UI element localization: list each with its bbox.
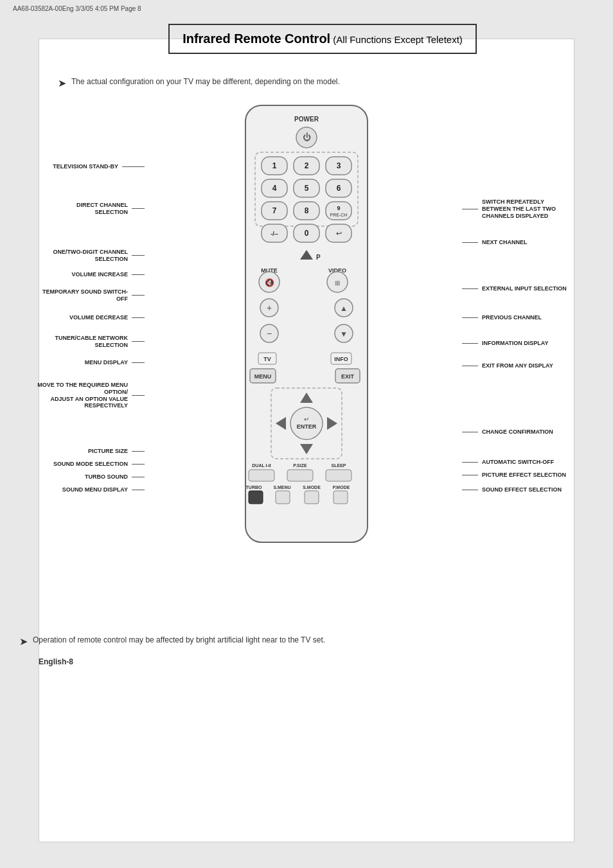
line-switch-rep: [462, 209, 478, 209]
svg-text:6: 6: [337, 184, 341, 193]
title-normal: (All Functions Except Teletext): [330, 34, 463, 45]
svg-text:2: 2: [305, 161, 309, 170]
label-turbo-sound-text: TURBO SOUND: [85, 474, 128, 481]
label-picture-size: PICTURE SIZE: [19, 448, 145, 455]
line-direct-ch: [132, 208, 145, 209]
label-ext-input: EXTERNAL INPUT SELECTION: [462, 285, 594, 292]
line-prev-ch: [462, 317, 478, 318]
svg-text:4: 4: [272, 184, 277, 193]
svg-rect-65: [249, 470, 274, 481]
label-one-two-digit: ONE/TWO-DIGIT CHANNELSELECTION: [19, 249, 145, 263]
svg-text:TURBO: TURBO: [246, 485, 262, 490]
svg-text:▲: ▲: [340, 304, 348, 313]
label-picture-size-text: PICTURE SIZE: [88, 448, 128, 455]
label-info-display: INFORMATION DISPLAY: [462, 340, 594, 347]
arrow-icon-2: ➤: [19, 635, 28, 648]
page-footer: English-8: [19, 657, 594, 666]
svg-text:INFO: INFO: [334, 356, 348, 362]
line-vol-down: [132, 317, 145, 318]
svg-text:TV: TV: [263, 356, 271, 362]
line-info-display: [462, 343, 478, 344]
label-menu: MENU DISPLAY: [19, 359, 145, 366]
line-sound-mode: [132, 464, 145, 465]
label-vol-down: VOLUME DECREASE: [19, 314, 145, 321]
label-sound-mode-text: SOUND MODE SELECTION: [53, 461, 128, 468]
svg-text:8: 8: [305, 206, 309, 215]
label-direct-ch-text: DIRECT CHANNELSELECTION: [76, 202, 128, 216]
label-switch-rep: SWITCH REPEATEDLYBETWEEN THE LAST TWOCHA…: [462, 199, 594, 219]
line-turbo-sound: [132, 477, 145, 477]
label-temp-sound-text: TEMPORARY SOUND SWITCH-OFF: [42, 288, 128, 303]
line-sound-effect: [462, 490, 478, 490]
note1-text: The actual configuration on your TV may …: [71, 77, 340, 86]
label-prev-ch: PREVIOUS CHANNEL: [462, 314, 594, 321]
label-move-menu: MOVE TO THE REQUIRED MENUOPTION/ADJUST A…: [19, 382, 145, 409]
footer-text: English-8: [39, 657, 73, 666]
svg-rect-67: [326, 470, 351, 481]
svg-text:MENU: MENU: [254, 373, 272, 380]
label-next-ch-text: NEXT CHANNEL: [482, 239, 528, 246]
note2-text: Operation of remote control may be affec…: [33, 635, 325, 644]
line-menu: [132, 362, 145, 363]
label-exit-display-text: EXIT FROM ANY DISPLAY: [482, 362, 553, 369]
label-vol-down-text: VOLUME DECREASE: [69, 314, 128, 321]
svg-text:🔇: 🔇: [265, 278, 274, 287]
line-tuner: [132, 341, 145, 342]
line-temp-sound: [132, 295, 145, 296]
diagram-area: TELEVISION STAND-BY DIRECT CHANNELSELECT…: [19, 102, 594, 629]
svg-text:SLEEP: SLEEP: [332, 463, 346, 468]
label-prev-ch-text: PREVIOUS CHANNEL: [482, 314, 542, 321]
label-tv-standby-text: TELEVISION STAND-BY: [53, 163, 118, 170]
svg-rect-73: [276, 491, 290, 504]
svg-text:-/--: -/--: [271, 231, 278, 237]
label-change-confirm: CHANGE CONFIRMATION: [462, 429, 594, 436]
remote-svg: POWER ⏻ 1 2: [236, 102, 377, 565]
label-change-confirm-text: CHANGE CONFIRMATION: [482, 429, 553, 436]
svg-text:S.MENU: S.MENU: [273, 485, 290, 490]
label-tv-standby: TELEVISION STAND-BY: [19, 163, 145, 170]
svg-text:POWER: POWER: [294, 116, 319, 123]
svg-text:+: +: [267, 303, 272, 313]
svg-text:ENTER: ENTER: [297, 423, 317, 430]
line-ext-input: [462, 288, 478, 289]
label-direct-ch: DIRECT CHANNELSELECTION: [19, 202, 145, 216]
line-pic-effect: [462, 475, 478, 475]
label-vol-up: VOLUME INCREASE: [19, 271, 145, 278]
line-next-ch: [462, 242, 478, 243]
line-picture-size: [132, 451, 145, 452]
label-menu-text: MENU DISPLAY: [85, 359, 128, 366]
svg-text:↵: ↵: [304, 416, 309, 423]
svg-text:⊞: ⊞: [335, 279, 340, 287]
label-sound-menu-text: SOUND MENU DISPLAY: [62, 486, 128, 493]
label-sound-effect-text: SOUND EFFECT SELECTION: [482, 486, 562, 493]
label-tuner-text: TUNER/CABLE NETWORKSELECTION: [55, 335, 129, 349]
label-vol-up-text: VOLUME INCREASE: [71, 271, 128, 278]
line-one-two-digit: [132, 255, 145, 256]
label-ext-input-text: EXTERNAL INPUT SELECTION: [482, 285, 567, 292]
svg-text:DUAL I-II: DUAL I-II: [252, 463, 271, 468]
label-sound-menu: SOUND MENU DISPLAY: [19, 486, 145, 493]
svg-text:0: 0: [305, 229, 309, 238]
svg-text:P: P: [316, 254, 321, 261]
svg-text:PRE-CH: PRE-CH: [330, 213, 348, 217]
label-move-menu-text: MOVE TO THE REQUIRED MENUOPTION/ADJUST A…: [37, 382, 128, 409]
svg-text:S.MODE: S.MODE: [303, 485, 321, 490]
svg-text:5: 5: [305, 184, 309, 193]
label-tuner: TUNER/CABLE NETWORKSELECTION: [19, 335, 145, 349]
line-change-confirm: [462, 432, 478, 432]
label-pic-effect: PICTURE EFFECT SELECTION: [462, 472, 594, 479]
svg-text:−: −: [267, 328, 272, 339]
note2-container: ➤ Operation of remote control may be aff…: [19, 635, 594, 648]
label-switch-rep-text: SWITCH REPEATEDLYBETWEEN THE LAST TWOCHA…: [482, 199, 556, 219]
label-info-display-text: INFORMATION DISPLAY: [482, 340, 549, 347]
title-box: Infrared Remote Control (All Functions E…: [168, 24, 477, 54]
line-tv-standby: [122, 166, 145, 167]
svg-text:P.SIZE: P.SIZE: [293, 463, 307, 468]
svg-rect-74: [305, 491, 319, 504]
svg-text:P.MODE: P.MODE: [333, 485, 350, 490]
svg-text:⏻: ⏻: [303, 132, 311, 142]
line-move-menu: [132, 395, 145, 396]
label-pic-effect-text: PICTURE EFFECT SELECTION: [482, 472, 566, 479]
svg-text:9: 9: [337, 205, 340, 211]
title-bold: Infrared Remote Control: [182, 31, 330, 46]
